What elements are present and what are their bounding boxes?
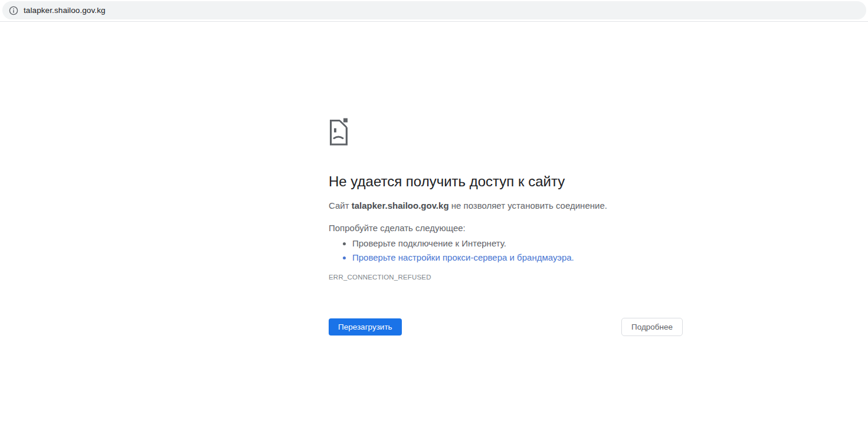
suggestion-check-internet: Проверьте подключение к Интернету. (352, 236, 683, 251)
reload-button[interactable]: Перезагрузить (329, 318, 402, 336)
error-page-title: Не удается получить доступ к сайту (329, 173, 683, 190)
address-bar[interactable]: talapker.shailoo.gov.kg (2, 1, 866, 19)
error-description-host: talapker.shailoo.gov.kg (352, 200, 449, 211)
button-row: Перезагрузить Подробнее (329, 317, 683, 336)
suggestions-list: Проверьте подключение к Интернету. Прове… (329, 236, 683, 265)
error-page-content: Не удается получить доступ к сайту Сайт … (329, 118, 683, 366)
browser-toolbar: talapker.shailoo.gov.kg (0, 0, 868, 22)
error-description: Сайт talapker.shailoo.gov.kg не позволяе… (329, 200, 683, 212)
error-description-suffix: не позволяет установить соединение. (449, 200, 607, 211)
url-text[interactable]: talapker.shailoo.gov.kg (24, 6, 106, 15)
sad-file-icon (329, 118, 349, 146)
suggestion-check-proxy-link[interactable]: Проверьте настройки прокси-сервера и бра… (352, 251, 683, 265)
error-description-prefix: Сайт (329, 200, 352, 211)
error-code: ERR_CONNECTION_REFUSED (329, 273, 431, 281)
suggestions-title: Попробуйте сделать следующее: (329, 222, 466, 234)
details-button[interactable]: Подробнее (621, 318, 683, 336)
info-icon[interactable] (9, 6, 18, 15)
